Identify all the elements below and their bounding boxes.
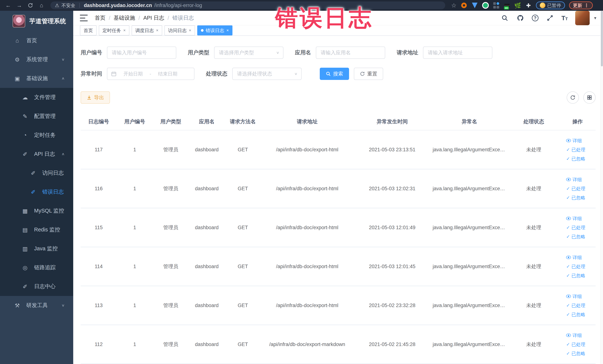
search-icon[interactable] [501,14,509,22]
eye-icon [566,139,571,142]
detail-link[interactable]: 详细 [566,215,582,222]
sidebar-item-java-monitor[interactable]: ▥ Java 监控 [0,239,73,258]
request-url-input[interactable] [423,47,492,59]
sidebar-item-mysql-monitor[interactable]: ▦ MySQL 监控 [0,201,73,220]
close-icon[interactable]: × [227,28,229,33]
check-icon: ✓ [566,264,570,269]
eye-icon [566,178,571,181]
sidebar-item-error-log[interactable]: ✐ 错误日志 [0,182,73,201]
avatar[interactable] [575,11,590,25]
check-icon: ✓ [566,156,570,161]
collapse-menu-icon[interactable] [80,15,88,21]
tab-home[interactable]: 首页 [80,25,97,35]
process-status-label: 处理状态 [206,70,227,78]
detail-link[interactable]: 详细 [566,254,582,260]
reset-button[interactable]: 重置 [354,68,383,80]
mark-ignored-link[interactable]: ✓已忽略 [566,234,585,240]
forward-icon[interactable]: → [14,1,24,10]
status-text: 未处理 [508,261,560,272]
tab-schedule-log[interactable]: 调度日志 × [132,25,162,35]
address-bar[interactable]: ⚠ 不安全 dashboard.yudao.iocoder.cn /infra/… [50,1,445,9]
extensions-puzzle-icon[interactable]: ✚ [525,2,532,9]
sidebar-item-dev-tools[interactable]: ⚒ 研发工具 ∨ [0,296,73,315]
back-icon[interactable]: ← [3,1,13,10]
mark-processed-link[interactable]: ✓已处理 [566,341,585,348]
process-status-select[interactable] [232,68,302,80]
user-id-label: 用户编号 [81,49,102,56]
table-row: 117 1 管理员 dashboard GET /api/infra/db-do… [81,130,596,169]
exception-time-label: 异常时间 [81,70,102,78]
app-logo[interactable]: 芋道管理系统 [0,11,73,31]
export-button[interactable]: 导出 [81,91,110,104]
search-button[interactable]: 搜索 [320,68,349,80]
sidebar-item-infra[interactable]: ▣ 基础设施 ∧ [0,69,73,88]
sidebar-item-tracing[interactable]: ◎ 链路追踪 [0,258,73,277]
tab-access-log[interactable]: 访问日志 × [164,25,195,35]
chrome-update-chip[interactable]: 更新 ⋮ [569,1,593,9]
extension-icon-shield[interactable] [471,2,478,9]
bookmark-star-icon[interactable]: ☆ [451,2,457,9]
breadcrumb-infra[interactable]: 基础设施 [114,14,135,22]
sidebar-item-config-manage[interactable]: ✎ 配置管理 [0,107,73,126]
mark-processed-link[interactable]: ✓已处理 [566,147,585,153]
close-icon[interactable]: × [123,28,126,33]
mark-processed-link[interactable]: ✓已处理 [566,303,585,309]
user-type-select[interactable] [214,47,283,59]
sidebar-item-access-log[interactable]: ✐ 访问日志 [0,164,73,182]
detail-link[interactable]: 详细 [566,332,582,338]
sidebar-item-home[interactable]: ⌂ 首页 [0,31,73,50]
mark-ignored-link[interactable]: ✓已忽略 [566,351,585,357]
github-icon[interactable] [516,14,524,22]
chevron-up-icon: ∧ [61,76,65,81]
sidebar-item-file-manage[interactable]: ☁ 文件管理 [0,88,73,107]
detail-link[interactable]: 详细 [566,293,582,299]
log-doc-icon: ✐ [29,189,37,195]
mark-ignored-link[interactable]: ✓已忽略 [566,312,585,318]
sidebar-item-system[interactable]: ⚙ 系统管理 ∨ [0,50,73,69]
font-size-icon[interactable]: TT [561,14,568,22]
extension-icon-switch[interactable]: on [504,2,510,9]
eye-icon: ◎ [21,264,29,271]
sidebar-item-log-center[interactable]: ✐ 日志中心 [0,277,73,296]
extension-icon-plant[interactable]: 🌿 [514,2,521,9]
tab-cron-job[interactable]: 定时任务 × [99,25,129,35]
extension-icon-orange[interactable] [461,2,467,9]
home-icon[interactable]: ⌂ [37,1,46,10]
scrollbar-thumb[interactable] [601,11,603,66]
app-name-input[interactable] [316,47,385,59]
user-id-input[interactable] [107,47,176,59]
browser-menu-icon: ⋮ [584,3,589,8]
mark-ignored-link[interactable]: ✓已忽略 [566,156,585,162]
close-icon[interactable]: × [156,28,159,33]
mark-ignored-link[interactable]: ✓已忽略 [566,273,585,279]
sidebar-item-redis-monitor[interactable]: ▤ Redis 监控 [0,220,73,239]
chevron-down-icon[interactable]: ▾ [594,15,596,21]
eye-icon [566,256,571,259]
mark-processed-link[interactable]: ✓已处理 [566,263,585,270]
app-title: 芋道管理系统 [29,17,66,25]
detail-link[interactable]: 详细 [566,138,582,144]
refresh-button[interactable] [567,91,579,104]
profile-paused-chip[interactable]: 已暂停 [536,1,565,9]
breadcrumb-home[interactable]: 首页 [95,14,105,22]
close-icon[interactable]: × [189,28,191,33]
reload-icon[interactable] [26,1,35,10]
mark-ignored-link[interactable]: ✓已忽略 [566,195,585,201]
mark-processed-link[interactable]: ✓已处理 [566,224,585,231]
tab-error-log[interactable]: 错误日志 × [197,25,233,35]
mark-processed-link[interactable]: ✓已处理 [566,186,585,192]
start-date-input[interactable] [119,71,147,77]
fullscreen-icon[interactable] [546,14,554,22]
extension-icon-green[interactable] [482,2,489,9]
column-settings-button[interactable] [583,91,596,104]
extension-icon-grid[interactable] [493,2,499,9]
end-date-input[interactable] [154,71,182,77]
gear-icon: ⚙ [13,56,22,63]
detail-link[interactable]: 详细 [566,176,582,183]
breadcrumb-api-log[interactable]: API 日志 [143,14,164,22]
help-icon[interactable]: ? [532,15,538,21]
date-range-picker[interactable]: - [107,68,195,80]
col-time: 异常发生时间 [353,113,431,130]
sidebar-item-cron-job[interactable]: ◔ 定时任务 [0,126,73,145]
sidebar-item-api-log[interactable]: ✐ API 日志 ∧ [0,145,73,164]
